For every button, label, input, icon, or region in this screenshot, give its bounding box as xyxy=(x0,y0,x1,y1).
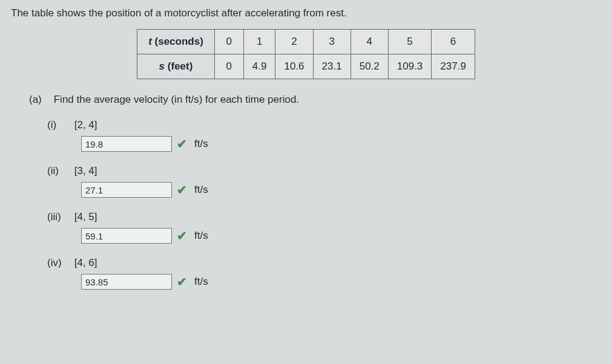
s-cell: 0 xyxy=(214,54,243,79)
table-row: s (feet) 0 4.9 10.6 23.1 50.2 109.3 237.… xyxy=(137,54,475,79)
subpart-i-interval: [2, 4] xyxy=(74,119,97,131)
subpart-ii-interval: [3, 4] xyxy=(74,165,97,177)
s-header: s (feet) xyxy=(137,54,215,79)
subpart-ii-label: (ii) xyxy=(47,165,71,177)
unit-label: ft/s xyxy=(194,276,208,288)
subpart-iii: (iii) [4, 5] ✔ ft/s xyxy=(47,211,601,244)
part-a-text: Find the average velocity (in ft/s) for … xyxy=(54,94,299,105)
t-cell: 4 xyxy=(350,30,388,54)
subpart-iii-label: (iii) xyxy=(47,211,71,223)
check-icon: ✔ xyxy=(177,137,187,151)
t-cell: 6 xyxy=(432,30,475,54)
problem-prompt: The table shows the position of a motorc… xyxy=(11,7,601,19)
answer-input-ii[interactable] xyxy=(81,182,172,198)
unit-label: ft/s xyxy=(194,184,208,196)
t-header: t (seconds) xyxy=(137,30,215,54)
check-icon: ✔ xyxy=(177,183,187,197)
s-cell: 237.9 xyxy=(432,54,475,79)
unit-label: ft/s xyxy=(194,230,208,242)
subpart-i-label: (i) xyxy=(47,119,71,131)
subpart-iv-interval: [4, 6] xyxy=(74,257,97,268)
subpart-iv-label: (iv) xyxy=(47,257,71,269)
subpart-ii: (ii) [3, 4] ✔ ft/s xyxy=(47,165,601,198)
t-cell: 3 xyxy=(313,30,350,54)
subpart-i: (i) [2, 4] ✔ ft/s xyxy=(47,119,601,152)
position-table: t (seconds) 0 1 2 3 4 5 6 s (feet) 0 4.9… xyxy=(137,29,475,79)
part-a: (a) Find the average velocity (in ft/s) … xyxy=(29,94,601,106)
s-cell: 4.9 xyxy=(243,54,275,79)
answer-input-iii[interactable] xyxy=(81,228,172,244)
answer-input-i[interactable] xyxy=(81,136,172,152)
subpart-iv: (iv) [4, 6] ✔ ft/s xyxy=(47,257,601,290)
check-icon: ✔ xyxy=(177,275,187,289)
s-cell: 50.2 xyxy=(350,54,388,79)
t-cell: 1 xyxy=(243,30,275,54)
s-cell: 23.1 xyxy=(313,54,350,79)
part-a-label: (a) xyxy=(29,94,51,106)
t-cell: 0 xyxy=(214,30,243,54)
s-cell: 109.3 xyxy=(388,54,432,79)
s-cell: 10.6 xyxy=(275,54,313,79)
check-icon: ✔ xyxy=(177,229,187,243)
subpart-iii-interval: [4, 5] xyxy=(74,211,97,223)
table-row: t (seconds) 0 1 2 3 4 5 6 xyxy=(137,30,475,54)
answer-input-iv[interactable] xyxy=(81,274,172,290)
unit-label: ft/s xyxy=(194,138,208,150)
t-cell: 2 xyxy=(275,30,313,54)
t-cell: 5 xyxy=(388,30,432,54)
